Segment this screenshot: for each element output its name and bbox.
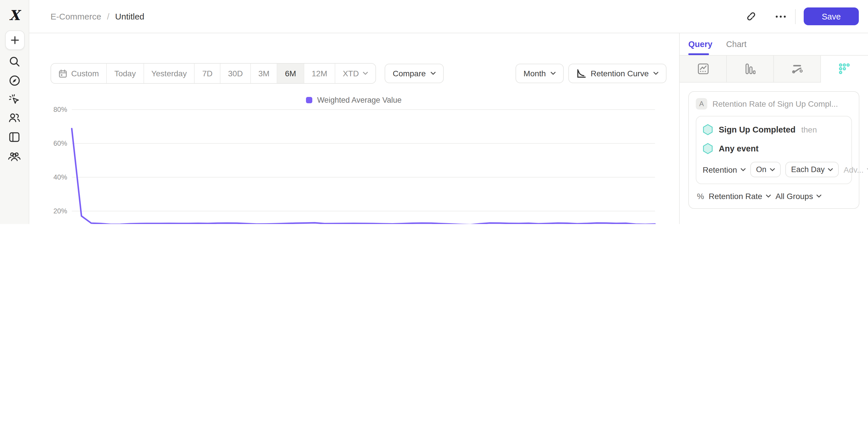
- retention-chart: 0%20%40%60%80%< 1 DayDay 5Day 10Day 15Da…: [51, 104, 657, 224]
- chevron-down-icon: [816, 195, 822, 198]
- metric-dropdown[interactable]: Retention Rate: [709, 192, 771, 201]
- metric-row: % Retention Rate All Groups: [696, 192, 852, 201]
- retention-controls: Retention On Each Day: [703, 162, 845, 177]
- sidebar-item-users[interactable]: [0, 111, 29, 125]
- chevron-down-icon: [551, 72, 556, 75]
- event-suffix: then: [801, 125, 817, 134]
- range-custom[interactable]: Custom: [51, 64, 107, 83]
- range-3m[interactable]: 3M: [251, 64, 278, 83]
- chevron-down-icon: [828, 168, 833, 171]
- top-header: E-Commerce / Untitled Save: [29, 0, 868, 33]
- report-type-strip: [680, 56, 868, 82]
- report-tab-insights[interactable]: [680, 56, 727, 82]
- ellipsis-icon: [776, 15, 786, 18]
- range-custom-label: Custom: [71, 69, 99, 78]
- query-card: A Retention Rate of Sign Up Compl... Sig…: [688, 91, 859, 209]
- retention-type-dropdown[interactable]: Retention: [703, 165, 746, 174]
- report-tab-flows[interactable]: [774, 56, 821, 82]
- granularity-dropdown[interactable]: Month: [516, 64, 564, 83]
- on-dropdown[interactable]: On: [750, 162, 781, 177]
- event-steps-card: Sign Up Completed then Any event Retenti…: [696, 116, 852, 184]
- event-step-return[interactable]: Any event: [703, 139, 845, 158]
- advanced-dropdown[interactable]: Adv...: [844, 165, 868, 174]
- legend-label: Weighted Average Value: [317, 96, 402, 104]
- sidebar-item-discover[interactable]: [0, 73, 29, 87]
- granularity-label: Month: [524, 69, 546, 78]
- range-yesterday[interactable]: Yesterday: [144, 64, 195, 83]
- event-hexagon-icon: [703, 124, 713, 135]
- cohorts-icon: [7, 151, 21, 162]
- svg-text:40%: 40%: [53, 173, 67, 181]
- more-options-button[interactable]: [772, 8, 789, 25]
- advanced-label: Adv...: [844, 165, 864, 174]
- compare-label: Compare: [393, 69, 426, 78]
- event-step-first[interactable]: Sign Up Completed then: [703, 120, 845, 139]
- legend-swatch: [306, 97, 313, 103]
- range-xtd[interactable]: XTD: [335, 64, 375, 83]
- copy-link-button[interactable]: [742, 8, 760, 25]
- sidebar-item-search[interactable]: [0, 55, 29, 68]
- event-name: Any event: [719, 144, 758, 153]
- sidebar-item-boards[interactable]: [0, 130, 29, 144]
- chart-legend: Weighted Average Value: [29, 96, 679, 104]
- mixpanel-logo[interactable]: X: [0, 7, 29, 24]
- percent-prefix: %: [697, 192, 704, 201]
- breadcrumb: E-Commerce / Untitled: [51, 11, 144, 21]
- range-today[interactable]: Today: [107, 64, 144, 83]
- event-hexagon-icon: [703, 143, 713, 154]
- flows-icon: [792, 64, 803, 74]
- retention-type-label: Retention: [703, 165, 737, 174]
- event-name: Sign Up Completed: [719, 125, 795, 134]
- cursor-click-icon: [8, 94, 21, 106]
- chevron-down-icon: [766, 195, 771, 198]
- calendar-icon: [59, 69, 67, 78]
- query-panel: Query Chart: [679, 33, 868, 224]
- search-icon: [8, 55, 20, 67]
- svg-text:20%: 20%: [53, 207, 67, 215]
- header-divider: [795, 9, 796, 24]
- save-button[interactable]: Save: [804, 7, 859, 25]
- app: X: [0, 0, 868, 224]
- groups-label: All Groups: [776, 192, 813, 201]
- logo-icon: X: [7, 8, 21, 23]
- chevron-down-icon: [363, 72, 368, 75]
- chart-controls: Month Retention Curve: [516, 64, 666, 83]
- interval-dropdown[interactable]: Each Day: [785, 162, 839, 177]
- range-7d[interactable]: 7D: [195, 64, 221, 83]
- groups-dropdown[interactable]: All Groups: [776, 192, 822, 201]
- query-title: Retention Rate of Sign Up Compl...: [712, 99, 852, 108]
- create-new-button[interactable]: [5, 30, 25, 50]
- chevron-down-icon: [770, 168, 775, 171]
- toolbar: Custom Today Yesterday 7D 30D 3M 6M 12M …: [29, 63, 679, 84]
- legend-item[interactable]: Weighted Average Value: [306, 96, 402, 104]
- compare-button[interactable]: Compare: [384, 64, 443, 83]
- range-30d[interactable]: 30D: [221, 64, 251, 83]
- report-tab-funnels[interactable]: [727, 56, 774, 82]
- breadcrumb-separator: /: [107, 11, 110, 21]
- insights-line-icon: [697, 63, 709, 75]
- chart-type-dropdown[interactable]: Retention Curve: [568, 64, 666, 83]
- chart-type-label: Retention Curve: [591, 69, 649, 78]
- compass-icon: [8, 74, 20, 86]
- chevron-down-icon: [741, 168, 746, 171]
- range-12m[interactable]: 12M: [304, 64, 335, 83]
- link-icon: [745, 11, 756, 22]
- report-tab-retention[interactable]: [821, 56, 868, 82]
- on-label: On: [756, 165, 766, 174]
- breadcrumb-parent[interactable]: E-Commerce: [51, 11, 101, 21]
- chevron-down-icon: [430, 72, 435, 75]
- chevron-down-icon: [653, 72, 658, 75]
- sidebar-item-events[interactable]: [0, 93, 29, 107]
- svg-text:X: X: [9, 8, 21, 23]
- retention-dots-icon: [839, 63, 850, 75]
- range-6m-selected[interactable]: 6M: [278, 64, 304, 83]
- range-xtd-label: XTD: [343, 69, 359, 78]
- plus-icon: [10, 36, 20, 45]
- query-builder: A Retention Rate of Sign Up Compl... Sig…: [680, 82, 868, 224]
- tab-chart[interactable]: Chart: [726, 33, 747, 55]
- interval-label: Each Day: [791, 165, 825, 174]
- series-badge: A: [696, 98, 707, 110]
- tab-query[interactable]: Query: [688, 33, 712, 55]
- breadcrumb-current[interactable]: Untitled: [115, 11, 144, 21]
- sidebar-item-cohorts[interactable]: [0, 150, 29, 164]
